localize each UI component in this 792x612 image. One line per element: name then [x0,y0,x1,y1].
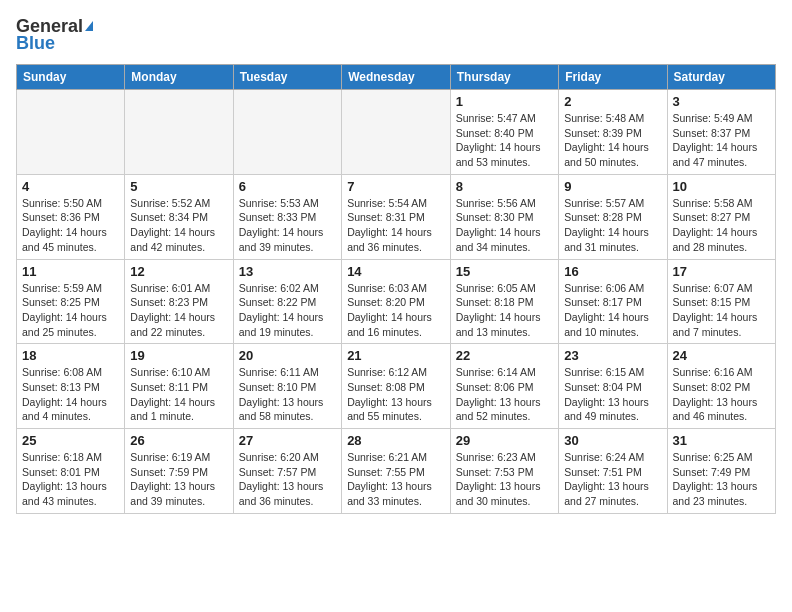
calendar-cell: 4Sunrise: 5:50 AM Sunset: 8:36 PM Daylig… [17,174,125,259]
day-info: Sunrise: 6:12 AM Sunset: 8:08 PM Dayligh… [347,365,445,424]
day-info: Sunrise: 5:58 AM Sunset: 8:27 PM Dayligh… [673,196,771,255]
day-number: 1 [456,94,553,109]
day-info: Sunrise: 6:07 AM Sunset: 8:15 PM Dayligh… [673,281,771,340]
calendar-cell: 29Sunrise: 6:23 AM Sunset: 7:53 PM Dayli… [450,429,558,514]
calendar-cell: 26Sunrise: 6:19 AM Sunset: 7:59 PM Dayli… [125,429,233,514]
day-number: 19 [130,348,227,363]
day-number: 21 [347,348,445,363]
day-number: 20 [239,348,336,363]
day-number: 26 [130,433,227,448]
calendar-cell: 18Sunrise: 6:08 AM Sunset: 8:13 PM Dayli… [17,344,125,429]
day-info: Sunrise: 5:52 AM Sunset: 8:34 PM Dayligh… [130,196,227,255]
day-number: 14 [347,264,445,279]
day-number: 12 [130,264,227,279]
day-number: 29 [456,433,553,448]
calendar-cell: 22Sunrise: 6:14 AM Sunset: 8:06 PM Dayli… [450,344,558,429]
calendar-cell [233,90,341,175]
day-info: Sunrise: 6:10 AM Sunset: 8:11 PM Dayligh… [130,365,227,424]
day-number: 8 [456,179,553,194]
day-number: 18 [22,348,119,363]
calendar-cell: 12Sunrise: 6:01 AM Sunset: 8:23 PM Dayli… [125,259,233,344]
calendar-cell: 1Sunrise: 5:47 AM Sunset: 8:40 PM Daylig… [450,90,558,175]
day-number: 17 [673,264,771,279]
calendar-cell: 7Sunrise: 5:54 AM Sunset: 8:31 PM Daylig… [342,174,451,259]
day-info: Sunrise: 5:49 AM Sunset: 8:37 PM Dayligh… [673,111,771,170]
calendar-cell: 16Sunrise: 6:06 AM Sunset: 8:17 PM Dayli… [559,259,667,344]
calendar-cell: 23Sunrise: 6:15 AM Sunset: 8:04 PM Dayli… [559,344,667,429]
calendar-cell: 13Sunrise: 6:02 AM Sunset: 8:22 PM Dayli… [233,259,341,344]
calendar-cell: 31Sunrise: 6:25 AM Sunset: 7:49 PM Dayli… [667,429,776,514]
day-number: 13 [239,264,336,279]
day-number: 2 [564,94,661,109]
weekday-sunday: Sunday [17,65,125,90]
day-info: Sunrise: 6:20 AM Sunset: 7:57 PM Dayligh… [239,450,336,509]
weekday-friday: Friday [559,65,667,90]
weekday-thursday: Thursday [450,65,558,90]
day-info: Sunrise: 6:01 AM Sunset: 8:23 PM Dayligh… [130,281,227,340]
page-header: General Blue [16,16,776,54]
calendar-cell [342,90,451,175]
calendar-header: SundayMondayTuesdayWednesdayThursdayFrid… [17,65,776,90]
calendar-cell: 27Sunrise: 6:20 AM Sunset: 7:57 PM Dayli… [233,429,341,514]
day-number: 9 [564,179,661,194]
day-info: Sunrise: 6:16 AM Sunset: 8:02 PM Dayligh… [673,365,771,424]
day-info: Sunrise: 6:05 AM Sunset: 8:18 PM Dayligh… [456,281,553,340]
calendar-cell: 25Sunrise: 6:18 AM Sunset: 8:01 PM Dayli… [17,429,125,514]
calendar-cell: 3Sunrise: 5:49 AM Sunset: 8:37 PM Daylig… [667,90,776,175]
calendar-cell: 20Sunrise: 6:11 AM Sunset: 8:10 PM Dayli… [233,344,341,429]
calendar-cell: 30Sunrise: 6:24 AM Sunset: 7:51 PM Dayli… [559,429,667,514]
calendar-cell: 21Sunrise: 6:12 AM Sunset: 8:08 PM Dayli… [342,344,451,429]
logo-icon [85,21,93,31]
day-number: 7 [347,179,445,194]
calendar-body: 1Sunrise: 5:47 AM Sunset: 8:40 PM Daylig… [17,90,776,514]
calendar-week-3: 11Sunrise: 5:59 AM Sunset: 8:25 PM Dayli… [17,259,776,344]
weekday-tuesday: Tuesday [233,65,341,90]
day-info: Sunrise: 5:57 AM Sunset: 8:28 PM Dayligh… [564,196,661,255]
calendar-cell: 14Sunrise: 6:03 AM Sunset: 8:20 PM Dayli… [342,259,451,344]
calendar-cell: 28Sunrise: 6:21 AM Sunset: 7:55 PM Dayli… [342,429,451,514]
day-info: Sunrise: 5:53 AM Sunset: 8:33 PM Dayligh… [239,196,336,255]
calendar-table: SundayMondayTuesdayWednesdayThursdayFrid… [16,64,776,514]
calendar-cell: 17Sunrise: 6:07 AM Sunset: 8:15 PM Dayli… [667,259,776,344]
calendar-cell: 5Sunrise: 5:52 AM Sunset: 8:34 PM Daylig… [125,174,233,259]
day-number: 3 [673,94,771,109]
day-number: 16 [564,264,661,279]
day-info: Sunrise: 6:24 AM Sunset: 7:51 PM Dayligh… [564,450,661,509]
day-info: Sunrise: 6:23 AM Sunset: 7:53 PM Dayligh… [456,450,553,509]
day-number: 5 [130,179,227,194]
calendar-cell: 8Sunrise: 5:56 AM Sunset: 8:30 PM Daylig… [450,174,558,259]
logo-blue-text: Blue [16,33,55,54]
day-number: 4 [22,179,119,194]
logo: General Blue [16,16,93,54]
day-info: Sunrise: 6:08 AM Sunset: 8:13 PM Dayligh… [22,365,119,424]
day-info: Sunrise: 5:47 AM Sunset: 8:40 PM Dayligh… [456,111,553,170]
day-info: Sunrise: 5:54 AM Sunset: 8:31 PM Dayligh… [347,196,445,255]
day-info: Sunrise: 6:02 AM Sunset: 8:22 PM Dayligh… [239,281,336,340]
weekday-wednesday: Wednesday [342,65,451,90]
calendar-cell: 11Sunrise: 5:59 AM Sunset: 8:25 PM Dayli… [17,259,125,344]
calendar-week-4: 18Sunrise: 6:08 AM Sunset: 8:13 PM Dayli… [17,344,776,429]
day-info: Sunrise: 6:11 AM Sunset: 8:10 PM Dayligh… [239,365,336,424]
calendar-cell: 6Sunrise: 5:53 AM Sunset: 8:33 PM Daylig… [233,174,341,259]
day-info: Sunrise: 6:19 AM Sunset: 7:59 PM Dayligh… [130,450,227,509]
day-info: Sunrise: 5:59 AM Sunset: 8:25 PM Dayligh… [22,281,119,340]
day-number: 31 [673,433,771,448]
day-number: 30 [564,433,661,448]
day-info: Sunrise: 6:03 AM Sunset: 8:20 PM Dayligh… [347,281,445,340]
calendar-cell: 9Sunrise: 5:57 AM Sunset: 8:28 PM Daylig… [559,174,667,259]
calendar-week-1: 1Sunrise: 5:47 AM Sunset: 8:40 PM Daylig… [17,90,776,175]
weekday-monday: Monday [125,65,233,90]
day-info: Sunrise: 6:06 AM Sunset: 8:17 PM Dayligh… [564,281,661,340]
calendar-cell [17,90,125,175]
calendar-cell [125,90,233,175]
day-info: Sunrise: 6:21 AM Sunset: 7:55 PM Dayligh… [347,450,445,509]
day-number: 22 [456,348,553,363]
day-info: Sunrise: 6:14 AM Sunset: 8:06 PM Dayligh… [456,365,553,424]
day-number: 24 [673,348,771,363]
weekday-header-row: SundayMondayTuesdayWednesdayThursdayFrid… [17,65,776,90]
day-number: 27 [239,433,336,448]
day-number: 15 [456,264,553,279]
day-number: 28 [347,433,445,448]
calendar-week-5: 25Sunrise: 6:18 AM Sunset: 8:01 PM Dayli… [17,429,776,514]
calendar-cell: 24Sunrise: 6:16 AM Sunset: 8:02 PM Dayli… [667,344,776,429]
